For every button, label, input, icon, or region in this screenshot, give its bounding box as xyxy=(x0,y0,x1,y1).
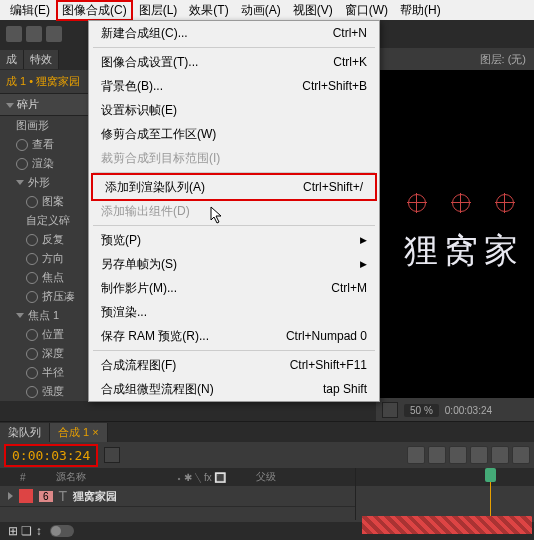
prop-strength[interactable]: 强度 xyxy=(0,382,88,401)
prop-position[interactable]: 位置 xyxy=(0,325,88,344)
menu-bg-color[interactable]: 背景色(B)...Ctrl+Shift+B xyxy=(89,74,379,98)
menubar: 编辑(E) 图像合成(C) 图层(L) 效果(T) 动画(A) 视图(V) 窗口… xyxy=(0,0,534,20)
search-icon[interactable] xyxy=(104,447,120,463)
prop-pattern[interactable]: 图案 xyxy=(0,192,88,211)
group-force1[interactable]: 焦点 1 xyxy=(0,306,88,325)
timeline-panel: 染队列 合成 1 × 0:00:03:24 # 源名称 ⬩ ✱ ╲ fx 🔳 父… xyxy=(0,421,534,540)
comp-title: 成 1 • 狸窝家园 xyxy=(0,70,88,94)
menu-animation[interactable]: 动画(A) xyxy=(235,2,287,19)
menu-layer[interactable]: 图层(L) xyxy=(133,2,184,19)
prop-radius[interactable]: 半径 xyxy=(0,363,88,382)
tab-render-queue[interactable]: 染队列 xyxy=(0,423,50,442)
hand-tool-icon[interactable] xyxy=(26,26,42,42)
target-icon xyxy=(452,194,470,212)
menu-window[interactable]: 窗口(W) xyxy=(339,2,394,19)
preview-text-layer[interactable]: 狸窝家 xyxy=(404,228,524,274)
menu-add-render-queue[interactable]: 添加到渲染队列(A)Ctrl+Shift+/ xyxy=(93,175,375,199)
layer-bar[interactable] xyxy=(362,516,532,534)
preview-panel: 图层: (无) 狸窝家 50 % 0:00:03:24 xyxy=(376,48,534,422)
prop-direction[interactable]: 方向 xyxy=(0,249,88,268)
fx-icon[interactable] xyxy=(428,446,446,464)
prop-shape-group[interactable]: 图画形 xyxy=(0,116,88,135)
zoom-tool-icon[interactable] xyxy=(46,26,62,42)
tab-effects[interactable]: 特效 xyxy=(24,50,59,69)
effect-shatter[interactable]: 碎片 xyxy=(0,94,88,116)
motion-blur-icon[interactable] xyxy=(470,446,488,464)
current-timecode[interactable]: 0:00:03:24 xyxy=(4,444,98,467)
grid-icon[interactable] xyxy=(382,402,398,418)
preview-footer: 50 % 0:00:03:24 xyxy=(376,398,534,422)
anchor-marks xyxy=(408,194,514,212)
brain-icon[interactable] xyxy=(491,446,509,464)
frame-blend-icon[interactable] xyxy=(449,446,467,464)
tab-project[interactable]: 成 xyxy=(0,50,24,69)
prop-custom[interactable]: 自定义碎 xyxy=(0,211,88,230)
menu-save-frame-as[interactable]: 另存单帧为(S)▶ xyxy=(89,252,379,276)
menu-preview[interactable]: 预览(P)▶ xyxy=(89,228,379,252)
menu-help[interactable]: 帮助(H) xyxy=(394,2,447,19)
prop-origin[interactable]: 焦点 xyxy=(0,268,88,287)
menu-flowchart[interactable]: 合成流程图(F)Ctrl+Shift+F11 xyxy=(89,353,379,377)
timecode-display[interactable]: 0:00:03:24 xyxy=(445,405,492,416)
menu-mini-flowchart[interactable]: 合成组微型流程图(N)tap Shift xyxy=(89,377,379,401)
target-icon xyxy=(496,194,514,212)
timeline-track-area[interactable] xyxy=(355,468,534,520)
selection-tool-icon[interactable] xyxy=(6,26,22,42)
prop-extrude[interactable]: 挤压凑 xyxy=(0,287,88,306)
prop-depth[interactable]: 深度 xyxy=(0,344,88,363)
expand-icon[interactable] xyxy=(8,492,13,500)
menu-set-poster[interactable]: 设置标识帧(E) xyxy=(89,98,379,122)
menu-prerender[interactable]: 预渲染... xyxy=(89,300,379,324)
time-ruler[interactable] xyxy=(356,468,534,486)
menu-new-comp[interactable]: 新建合成组(C)...Ctrl+N xyxy=(89,21,379,45)
playhead[interactable] xyxy=(490,468,491,520)
menu-effect[interactable]: 效果(T) xyxy=(183,2,234,19)
effects-panel: 成 特效 成 1 • 狸窝家园 碎片 图画形 查看 渲染 外形 图案 自定义碎 … xyxy=(0,48,88,401)
layer-index: 6 xyxy=(39,491,53,502)
color-label[interactable] xyxy=(19,489,33,503)
menu-edit[interactable]: 编辑(E) xyxy=(4,2,56,19)
shy-icon[interactable] xyxy=(407,446,425,464)
menu-comp-settings[interactable]: 图像合成设置(T)...Ctrl+K xyxy=(89,50,379,74)
menu-save-ram[interactable]: 保存 RAM 预览(R)...Ctrl+Numpad 0 xyxy=(89,324,379,348)
graph-icon[interactable] xyxy=(512,446,530,464)
menu-add-output: 添加输出组件(D) xyxy=(89,199,379,223)
zoom-dropdown[interactable]: 50 % xyxy=(404,404,439,417)
timeline-toggles xyxy=(407,446,530,464)
menu-view[interactable]: 视图(V) xyxy=(287,2,339,19)
toggle-switches-icon[interactable]: ⊞ ❏ ↕ xyxy=(8,524,42,538)
group-shape[interactable]: 外形 xyxy=(0,173,88,192)
menu-crop-roi: 裁剪合成到目标范围(I) xyxy=(89,146,379,170)
menu-composition[interactable]: 图像合成(C) xyxy=(56,0,133,21)
layer-name[interactable]: 狸窝家园 xyxy=(73,489,117,504)
target-icon xyxy=(408,194,426,212)
prop-view[interactable]: 查看 xyxy=(0,135,88,154)
composition-menu-dropdown: 新建合成组(C)...Ctrl+N 图像合成设置(T)...Ctrl+K 背景色… xyxy=(88,20,380,402)
switches-modes-toggle[interactable] xyxy=(50,525,74,537)
tab-comp1[interactable]: 合成 1 × xyxy=(50,423,108,442)
prop-repeat[interactable]: 反复 xyxy=(0,230,88,249)
menu-trim-work[interactable]: 修剪合成至工作区(W) xyxy=(89,122,379,146)
mouse-cursor-icon xyxy=(210,206,224,224)
text-layer-icon: T xyxy=(59,488,68,504)
prop-render[interactable]: 渲染 xyxy=(0,154,88,173)
menu-make-movie[interactable]: 制作影片(M)...Ctrl+M xyxy=(89,276,379,300)
layer-dropdown[interactable]: 图层: (无) xyxy=(376,48,534,70)
